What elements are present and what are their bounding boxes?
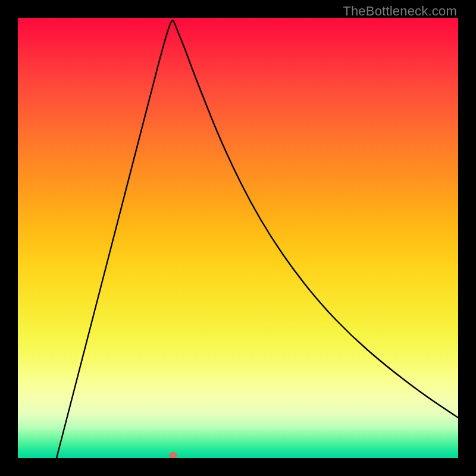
bottleneck-curve [57, 21, 458, 459]
chart-frame: TheBottleneck.com [0, 0, 476, 476]
attribution-text: TheBottleneck.com [343, 4, 457, 19]
curve-svg [18, 18, 458, 458]
marker-dot [169, 452, 177, 458]
plot-area [18, 18, 458, 458]
